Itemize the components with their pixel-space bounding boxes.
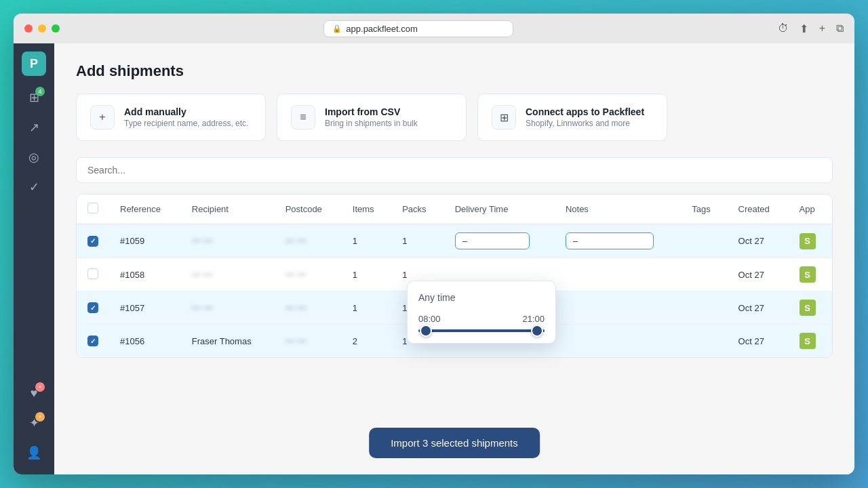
- row-checkbox[interactable]: [87, 236, 98, 247]
- toolbar-right: ⏱ ⬆ + ⧉: [778, 22, 844, 35]
- share-icon[interactable]: ⬆: [800, 22, 808, 35]
- connect-apps-label: Connect apps to Packfleet: [526, 106, 644, 117]
- select-all-header[interactable]: [77, 195, 109, 224]
- maximize-button[interactable]: [52, 24, 60, 33]
- bottom-bar: Import 3 selected shipments: [369, 428, 540, 458]
- history-icon[interactable]: ⏱: [778, 22, 789, 35]
- import-csv-icon: ≡: [291, 105, 315, 129]
- th-postcode: Postcode: [275, 195, 342, 224]
- routes-icon: ↗: [29, 120, 39, 135]
- close-button[interactable]: [24, 24, 33, 33]
- slider-thumb-end[interactable]: [531, 325, 543, 337]
- import-csv-card[interactable]: ≡ Import from CSV Bring in shipments in …: [277, 94, 467, 141]
- titlebar: 🔒 app.packfleet.com ⏱ ⬆ + ⧉: [14, 14, 854, 43]
- profile-icon: 👤: [26, 445, 41, 460]
- cell-created: Oct 27: [728, 325, 789, 358]
- th-items: Items: [342, 195, 391, 224]
- sidebar-item-sparkle[interactable]: ✦ •: [20, 409, 47, 436]
- time-range: 08:00 21:00: [418, 314, 545, 324]
- cell-recipient: Fraser Thomas: [181, 325, 275, 358]
- add-manually-desc: Type recipient name, address, etc.: [124, 119, 248, 128]
- cell-tags: [681, 325, 727, 358]
- cell-postcode: ••• •••: [275, 258, 342, 291]
- cell-created: Oct 27: [728, 258, 789, 291]
- cell-postcode: ••• •••: [275, 291, 342, 325]
- cell-notes[interactable]: [555, 224, 681, 258]
- th-notes: Notes: [555, 195, 681, 224]
- row-checkbox[interactable]: [87, 268, 98, 279]
- address-bar: 🔒 app.packfleet.com: [65, 20, 772, 37]
- row-checkbox[interactable]: [87, 336, 98, 346]
- row-checkbox[interactable]: [87, 302, 98, 313]
- sidebar-item-profile[interactable]: 👤: [20, 439, 47, 466]
- cell-reference: #1056: [109, 325, 181, 358]
- sidebar: P ⊞ 4 ↗ ◎ ✓ ♥ • ✦ • 👤: [14, 43, 54, 474]
- cell-items: 2: [342, 325, 391, 358]
- url-field[interactable]: 🔒 app.packfleet.com: [323, 20, 513, 37]
- cell-tags: [681, 291, 727, 325]
- sidebar-item-routes[interactable]: ↗: [20, 114, 47, 141]
- cell-postcode: ••• •••: [275, 325, 342, 358]
- sidebar-item-locations[interactable]: ◎: [20, 144, 47, 171]
- delivery-time-popup: Any time 08:00 21:00: [407, 281, 556, 344]
- cell-reference: #1057: [109, 291, 181, 325]
- cell-reference: #1058: [109, 258, 181, 291]
- import-csv-label: Import from CSV: [325, 106, 418, 117]
- lock-icon: 🔒: [332, 24, 342, 33]
- import-button[interactable]: Import 3 selected shipments: [369, 428, 540, 458]
- time-end: 21:00: [522, 314, 545, 324]
- row-checkbox-cell[interactable]: [77, 258, 109, 291]
- tabs-icon[interactable]: ⧉: [836, 22, 844, 35]
- cell-delivery-time[interactable]: [444, 224, 555, 258]
- cell-app: S: [789, 224, 832, 258]
- cell-recipient: ••• •••: [181, 258, 275, 291]
- cell-recipient: ••• •••: [181, 224, 275, 258]
- import-csv-desc: Bring in shipments in bulk: [325, 119, 418, 128]
- delivery-time-input[interactable]: [455, 232, 530, 249]
- th-tags: Tags: [681, 195, 727, 224]
- select-all-checkbox[interactable]: [87, 203, 98, 214]
- row-checkbox-cell[interactable]: [77, 291, 109, 325]
- content-area: Add shipments + Add manually Type recipi…: [54, 43, 854, 474]
- shopify-icon: S: [800, 233, 816, 249]
- shopify-icon: S: [800, 266, 816, 283]
- locations-icon: ◎: [28, 150, 39, 165]
- add-manually-label: Add manually: [124, 106, 248, 117]
- slider-thumb-start[interactable]: [420, 325, 432, 337]
- cell-created: Oct 27: [728, 224, 789, 258]
- slider-fill: [418, 329, 545, 332]
- cell-app: S: [789, 325, 832, 358]
- connect-apps-card[interactable]: ⊞ Connect apps to Packfleet Shopify, Lin…: [477, 94, 667, 141]
- cell-packs: 1: [391, 224, 444, 258]
- import-csv-text: Import from CSV Bring in shipments in bu…: [325, 106, 418, 128]
- time-slider-track[interactable]: [418, 329, 545, 332]
- search-input[interactable]: [76, 157, 833, 183]
- cell-items: 1: [342, 258, 391, 291]
- cell-postcode: ••• •••: [275, 224, 342, 258]
- cell-notes: [555, 258, 681, 291]
- add-manually-card[interactable]: + Add manually Type recipient name, addr…: [76, 94, 266, 141]
- cell-items: 1: [342, 224, 391, 258]
- cell-created: Oct 27: [728, 291, 789, 325]
- page-title: Add shipments: [76, 62, 833, 80]
- any-time-label: Any time: [418, 292, 545, 303]
- cell-app: S: [789, 258, 832, 291]
- cell-tags: [681, 258, 727, 291]
- row-checkbox-cell[interactable]: [77, 224, 109, 258]
- sidebar-item-tasks[interactable]: ✓: [20, 174, 47, 201]
- th-app: App: [789, 195, 832, 224]
- cell-reference: #1059: [109, 224, 181, 258]
- notes-input[interactable]: [566, 232, 654, 249]
- minimize-button[interactable]: [38, 24, 46, 33]
- add-manually-text: Add manually Type recipient name, addres…: [124, 106, 248, 128]
- th-packs: Packs: [391, 195, 444, 224]
- table-row: #1059 ••• ••• ••• ••• 1 1: [77, 224, 832, 258]
- new-tab-icon[interactable]: +: [819, 22, 825, 35]
- cell-tags: [681, 224, 727, 258]
- sidebar-item-shipments[interactable]: ⊞ 4: [20, 84, 47, 111]
- cell-notes: [555, 325, 681, 358]
- row-checkbox-cell[interactable]: [77, 325, 109, 358]
- sparkle-badge: •: [35, 412, 45, 422]
- sidebar-logo: P: [22, 52, 46, 76]
- sidebar-item-heart[interactable]: ♥ •: [20, 380, 47, 407]
